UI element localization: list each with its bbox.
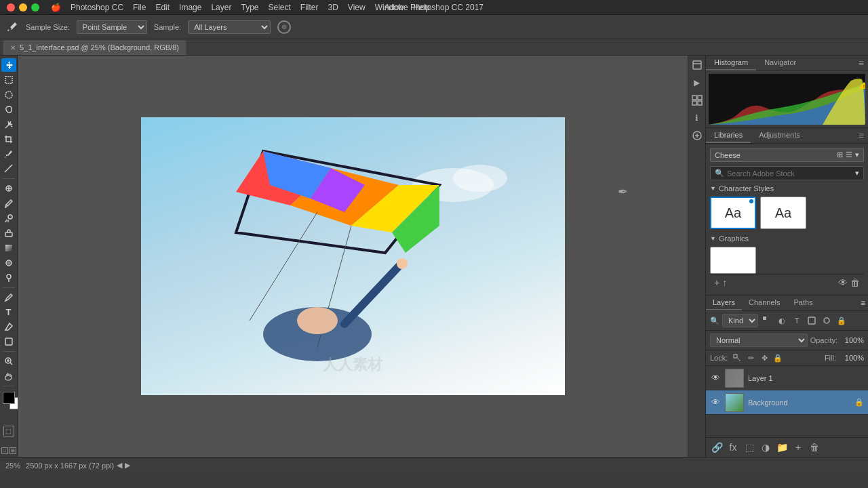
path-select-tool[interactable] xyxy=(1,320,16,333)
layer-kind-select[interactable]: Kind xyxy=(722,314,758,327)
fullscreen-mode[interactable]: ⊞ xyxy=(9,447,16,454)
layer-effects-btn[interactable]: fx xyxy=(726,441,740,454)
grid-view-icon[interactable]: ⊞ xyxy=(837,150,843,159)
move-tool[interactable] xyxy=(1,58,16,72)
char-style-item-1[interactable]: Aa xyxy=(710,197,756,229)
search-dropdown-icon[interactable]: ▾ xyxy=(855,169,859,178)
adjust-filter-icon[interactable]: ◐ xyxy=(776,314,788,327)
layer-visibility-background[interactable]: 👁 xyxy=(710,397,721,408)
panel-btn-1[interactable] xyxy=(690,58,704,72)
menu-layer[interactable]: Layer xyxy=(211,3,231,12)
list-view-icon[interactable]: ☰ xyxy=(846,150,852,159)
wand-tool[interactable] xyxy=(1,118,16,131)
char-style-item-2[interactable]: Aa xyxy=(760,197,806,229)
menu-image[interactable]: Image xyxy=(179,3,201,12)
minimize-button[interactable] xyxy=(19,3,27,12)
delete-library-icon[interactable]: 🗑 xyxy=(850,277,860,288)
gradient-tool[interactable] xyxy=(1,241,16,255)
layer-row-layer1[interactable]: 👁 Layer 1 xyxy=(706,366,868,390)
link-layers-btn[interactable]: 🔗 xyxy=(710,441,724,454)
stock-search[interactable]: 🔍 ▾ xyxy=(710,166,864,180)
smart-filter-icon[interactable] xyxy=(821,314,833,327)
tab-histogram[interactable]: Histogram xyxy=(706,56,756,70)
layer-row-background[interactable]: 👁 Background 🔒 xyxy=(706,390,868,415)
chevron-down-icon[interactable]: ▾ xyxy=(855,150,859,159)
dodge-tool[interactable] xyxy=(1,271,16,285)
type-tool[interactable]: T xyxy=(1,306,16,319)
menu-filter[interactable]: Filter xyxy=(300,3,319,12)
tab-navigator[interactable]: Navigator xyxy=(756,56,804,70)
apple-menu-item[interactable]: 🍎 xyxy=(51,3,61,12)
canvas-area[interactable]: 人人素材 ✒ xyxy=(18,56,688,457)
pixel-filter-icon[interactable] xyxy=(761,314,773,327)
ruler-tool[interactable] xyxy=(1,162,16,176)
adjustment-layer-btn[interactable]: ◑ xyxy=(759,441,772,454)
group-btn[interactable]: 📁 xyxy=(775,441,789,454)
ellipse-marquee-tool[interactable] xyxy=(1,88,16,102)
library-dropdown[interactable]: Cheese ⊞ ☰ ▾ xyxy=(710,148,864,162)
layers-menu-icon[interactable]: ≡ xyxy=(861,298,865,308)
upload-library-icon[interactable]: ↑ xyxy=(722,277,727,288)
clone-tool[interactable] xyxy=(1,211,16,225)
nav-prev-btn[interactable]: ◀ xyxy=(117,461,122,470)
tab-layers[interactable]: Layers xyxy=(706,296,742,310)
eraser-tool[interactable] xyxy=(1,226,16,240)
tab-adjustments[interactable]: Adjustments xyxy=(751,128,808,143)
menu-window[interactable]: Window xyxy=(375,3,404,12)
sample-size-select[interactable]: Point Sample 3 by 3 Average 5 by 5 Avera… xyxy=(77,20,147,34)
menu-file[interactable]: File xyxy=(133,3,146,12)
sample-select[interactable]: All Layers Current Layer Current and Bel… xyxy=(188,20,271,34)
triangle-icon[interactable]: ▼ xyxy=(710,185,716,192)
tab-channels[interactable]: Channels xyxy=(742,296,787,310)
blur-tool[interactable] xyxy=(1,256,16,270)
lib-panel-menu[interactable]: ≡ xyxy=(859,128,868,143)
screen-mode[interactable]: □ xyxy=(1,447,8,454)
menu-type[interactable]: Type xyxy=(241,3,258,12)
layers-panel-menu[interactable]: ≡ xyxy=(858,296,868,310)
panel-btn-5[interactable] xyxy=(690,129,704,142)
delete-layer-btn[interactable]: 🗑 xyxy=(808,441,821,454)
menu-help[interactable]: Help xyxy=(413,3,430,12)
layer-visibility-layer1[interactable]: 👁 xyxy=(710,373,721,384)
menu-select[interactable]: Select xyxy=(268,3,290,12)
panel-btn-3[interactable] xyxy=(690,94,704,107)
new-layer-btn[interactable]: + xyxy=(791,441,805,454)
menu-photoshop[interactable]: Photoshop CC xyxy=(71,3,123,12)
menu-3d[interactable]: 3D xyxy=(328,3,338,12)
marquee-tool[interactable] xyxy=(1,73,16,87)
shape-filter-icon[interactable] xyxy=(806,314,818,327)
invite-icon[interactable]: 👁 xyxy=(838,277,848,288)
lock-filter-icon[interactable]: 🔒 xyxy=(835,314,848,327)
stock-search-input[interactable] xyxy=(727,169,852,178)
panel-menu-button[interactable]: ≡ xyxy=(859,56,868,70)
sample-ring-icon[interactable]: ⊕ xyxy=(277,20,291,34)
document-tab[interactable]: ✕ 5_1_interface.psd @ 25% (Background, R… xyxy=(3,40,186,55)
lib-panel-menu-icon[interactable]: ≡ xyxy=(859,130,864,141)
graphics-triangle-icon[interactable]: ▼ xyxy=(710,235,716,242)
lock-position-btn[interactable]: ✥ xyxy=(759,352,770,363)
quick-mask-mode[interactable]: ⬚ xyxy=(3,426,14,436)
nav-next-btn[interactable]: ▶ xyxy=(125,461,130,470)
pen-tool[interactable] xyxy=(1,291,16,304)
menu-edit[interactable]: Edit xyxy=(155,3,170,12)
panel-btn-4[interactable]: ℹ xyxy=(690,111,704,125)
crop-tool[interactable] xyxy=(1,133,16,146)
add-library-icon[interactable]: + xyxy=(714,277,719,288)
hand-tool[interactable] xyxy=(1,369,16,383)
graphics-item-1[interactable] xyxy=(710,247,756,274)
heal-tool[interactable] xyxy=(1,182,16,195)
panel-menu-icon[interactable]: ≡ xyxy=(859,58,864,68)
blend-mode-select[interactable]: Normal Multiply Screen Overlay xyxy=(710,333,808,347)
lock-all-btn[interactable]: 🔒 xyxy=(772,352,783,363)
lock-transparent-btn[interactable] xyxy=(732,352,743,363)
shape-tool[interactable] xyxy=(1,335,16,348)
eyedropper-tool-icon[interactable] xyxy=(5,20,19,34)
lock-image-btn[interactable]: ✏ xyxy=(745,352,756,363)
mask-btn[interactable]: ⬚ xyxy=(743,441,756,454)
menu-view[interactable]: View xyxy=(348,3,366,12)
lasso-tool[interactable] xyxy=(1,103,16,117)
maximize-button[interactable] xyxy=(31,3,39,12)
foreground-color-swatch[interactable] xyxy=(3,392,15,404)
eyedropper-tool[interactable] xyxy=(1,148,16,161)
close-button[interactable] xyxy=(7,3,15,12)
